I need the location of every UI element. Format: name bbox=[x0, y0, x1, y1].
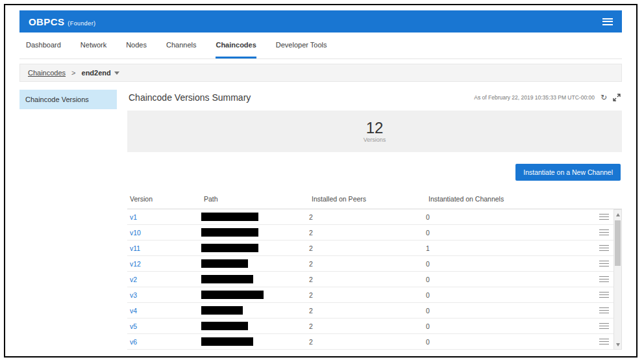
bar bbox=[599, 235, 609, 236]
summary-header: Chaincode Versions Summary As of Februar… bbox=[127, 90, 622, 110]
bar bbox=[599, 339, 609, 340]
bar bbox=[599, 344, 609, 345]
table-row: v10 2 0 bbox=[127, 225, 613, 240]
path-redaction bbox=[201, 306, 243, 315]
row-actions-menu-icon[interactable] bbox=[599, 228, 609, 237]
bar bbox=[599, 216, 609, 218]
row-actions-menu-icon[interactable] bbox=[599, 274, 609, 284]
app-title: OBPCS (Founder) bbox=[29, 16, 95, 27]
bar bbox=[602, 21, 613, 22]
bar bbox=[599, 261, 609, 262]
versions-count-label: Versions bbox=[364, 136, 386, 143]
bar bbox=[602, 24, 613, 25]
row-actions-menu-icon[interactable] bbox=[599, 321, 609, 331]
triangle-down-icon bbox=[616, 343, 620, 346]
installed-on-peers-value: 2 bbox=[309, 307, 426, 315]
bar bbox=[599, 281, 609, 283]
chaincode-versions-table: Version Path Installed on Peers Instanti… bbox=[127, 188, 622, 350]
bar bbox=[599, 297, 609, 298]
expand-icon[interactable] bbox=[613, 94, 621, 101]
version-link[interactable]: v10 bbox=[130, 229, 141, 237]
version-link[interactable]: v3 bbox=[130, 291, 137, 299]
triangle-up-icon bbox=[616, 213, 620, 216]
bar bbox=[599, 245, 609, 246]
bar bbox=[599, 229, 609, 231]
column-header-instantiated: Instantiated on Channels bbox=[428, 195, 594, 203]
breadcrumb-chaincodes-link[interactable]: Chaincodes bbox=[28, 69, 66, 77]
table-row: v3 2 0 bbox=[127, 287, 613, 303]
row-actions-menu-icon[interactable] bbox=[599, 306, 609, 315]
table-row: v1 2 0 bbox=[127, 209, 613, 225]
row-actions-menu-icon[interactable] bbox=[599, 337, 609, 346]
version-link[interactable]: v1 bbox=[130, 213, 137, 221]
bar bbox=[599, 250, 609, 252]
row-actions-menu-icon[interactable] bbox=[599, 259, 609, 268]
bar bbox=[599, 326, 609, 327]
version-link[interactable]: v5 bbox=[130, 322, 137, 330]
bar bbox=[599, 279, 609, 280]
tab-channels[interactable]: Channels bbox=[166, 32, 196, 58]
row-actions-menu-icon[interactable] bbox=[599, 212, 609, 222]
bar bbox=[599, 276, 609, 278]
breadcrumb: Chaincodes > end2end bbox=[19, 64, 622, 82]
tab-nodes[interactable]: Nodes bbox=[126, 32, 147, 58]
as-of-timestamp: As of February 22, 2019 10:35:33 PM UTC-… bbox=[474, 94, 595, 101]
tab-chaincodes[interactable]: Chaincodes bbox=[216, 32, 256, 58]
bar bbox=[599, 263, 609, 265]
version-link[interactable]: v4 bbox=[130, 307, 137, 315]
breadcrumb-separator: > bbox=[71, 69, 75, 77]
sidebar-item-chaincode-versions[interactable]: Chaincode Versions bbox=[19, 90, 117, 109]
refresh-icon[interactable]: ↻ bbox=[601, 94, 607, 101]
version-link[interactable]: v2 bbox=[130, 276, 137, 283]
version-link[interactable]: v12 bbox=[130, 260, 141, 268]
instantiated-on-channels-value: 0 bbox=[426, 276, 594, 283]
bar bbox=[599, 313, 609, 314]
version-link[interactable]: v11 bbox=[130, 244, 140, 252]
table-row: v6 2 0 bbox=[127, 334, 613, 350]
bar bbox=[599, 341, 609, 343]
path-redaction bbox=[201, 213, 258, 221]
versions-summary-tile: 12 Versions bbox=[127, 110, 622, 152]
table-row: v2 2 0 bbox=[127, 272, 613, 287]
installed-on-peers-value: 2 bbox=[309, 322, 426, 330]
instantiated-on-channels-value: 0 bbox=[426, 338, 594, 346]
installed-on-peers-value: 2 bbox=[309, 291, 426, 299]
top-bar: OBPCS (Founder) bbox=[19, 10, 622, 32]
scroll-down-arrow[interactable] bbox=[614, 340, 621, 349]
bar bbox=[599, 248, 609, 249]
path-redaction bbox=[201, 291, 264, 299]
row-actions-menu-icon[interactable] bbox=[599, 243, 609, 253]
tab-network[interactable]: Network bbox=[80, 32, 106, 58]
table-row: v11 2 1 bbox=[127, 240, 613, 256]
bar bbox=[599, 232, 609, 233]
column-header-scroll-spacer bbox=[613, 195, 622, 203]
path-redaction bbox=[201, 259, 248, 268]
breadcrumb-current-dropdown[interactable]: end2end bbox=[82, 69, 119, 77]
path-redaction bbox=[201, 275, 253, 283]
sidebar: Chaincode Versions bbox=[19, 90, 117, 350]
scrollbar-thumb[interactable] bbox=[615, 220, 621, 266]
row-actions-menu-icon[interactable] bbox=[599, 290, 609, 300]
tab-dashboard[interactable]: Dashboard bbox=[26, 32, 61, 58]
bar bbox=[599, 266, 609, 267]
versions-count: 12 bbox=[366, 120, 384, 136]
installed-on-peers-value: 2 bbox=[309, 244, 426, 252]
column-header-path: Path bbox=[204, 195, 312, 203]
path-redaction bbox=[201, 337, 253, 346]
instantiate-new-channel-button[interactable]: Instantiate on a New Channel bbox=[515, 164, 621, 181]
version-link[interactable]: v6 bbox=[130, 338, 137, 346]
instantiated-on-channels-value: 0 bbox=[426, 213, 594, 221]
hamburger-menu-icon[interactable] bbox=[602, 16, 613, 27]
column-header-actions bbox=[594, 195, 613, 203]
app-title-role: (Founder) bbox=[68, 20, 95, 27]
column-header-installed: Installed on Peers bbox=[312, 195, 428, 203]
path-redaction bbox=[201, 244, 258, 252]
tab-developer-tools[interactable]: Developer Tools bbox=[276, 32, 327, 58]
scroll-track[interactable] bbox=[614, 219, 621, 340]
scroll-up-arrow[interactable] bbox=[614, 210, 621, 219]
table-body-rows: v1 2 0 v10 2 0 v11 2 1 v12 2 0 bbox=[127, 209, 613, 350]
screenshot-frame: OBPCS (Founder) Dashboard Network Nodes … bbox=[4, 4, 638, 358]
table-scrollbar[interactable] bbox=[613, 209, 622, 350]
bar bbox=[599, 214, 609, 215]
bar bbox=[599, 292, 609, 293]
